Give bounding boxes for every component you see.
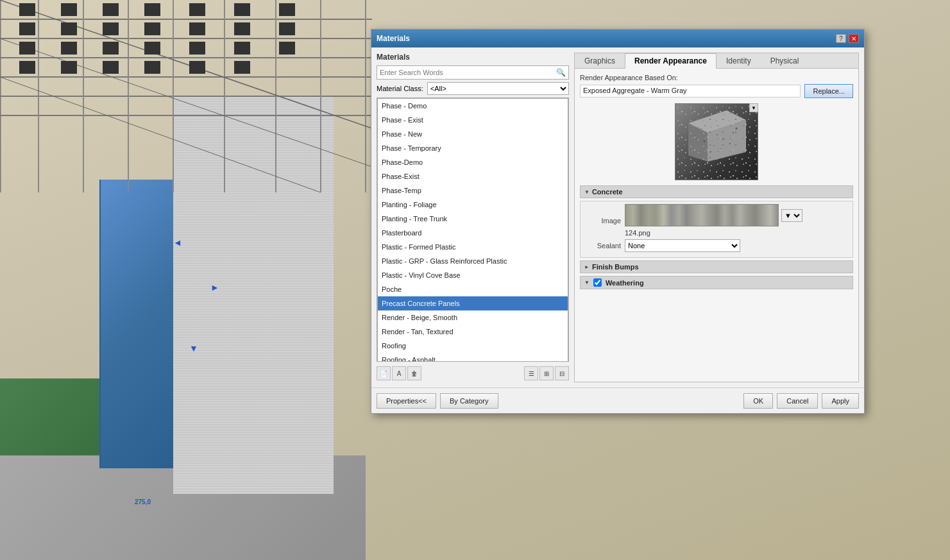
tabs-row: Graphics Render Appearance Identity Phys… <box>575 53 858 69</box>
list-item[interactable]: Phase-Exist <box>378 169 568 183</box>
footer-left-buttons: Properties<< By Category <box>377 393 498 409</box>
image-options-dropdown[interactable]: ▼ <box>781 209 802 222</box>
svg-rect-24 <box>279 3 295 16</box>
tab-graphics[interactable]: Graphics <box>575 53 625 68</box>
tab-render-appearance[interactable]: Render Appearance <box>625 53 717 69</box>
concrete-section-content: Image ▼ 124.png <box>580 201 853 258</box>
dialog-titlebar: Materials ? ✕ <box>371 30 864 47</box>
new-material-button[interactable]: 📄 <box>377 366 391 380</box>
list-item[interactable]: Phase - Temporary <box>378 141 568 155</box>
materials-list: Phase - DemoPhase - ExistPhase - NewPhas… <box>377 98 568 362</box>
list-item[interactable]: Plasterboard <box>378 226 568 240</box>
tab-identity[interactable]: Identity <box>717 53 761 68</box>
list-view-button[interactable]: ☰ <box>524 366 538 380</box>
materials-panel: Materials 🔍 Material Class: <All> Concre… <box>377 53 569 382</box>
by-category-button[interactable]: By Category <box>440 393 498 409</box>
concrete-section-header[interactable]: ▼ Concrete <box>580 185 853 198</box>
finish-bumps-section-title: Finish Bumps <box>592 263 639 271</box>
svg-point-51 <box>723 139 725 140</box>
list-item[interactable]: Planting - Tree Trunk <box>378 212 568 226</box>
render-name-value: Exposed Aggregate - Warm Gray <box>580 85 801 98</box>
titlebar-buttons: ? ✕ <box>836 34 859 43</box>
concrete-section-title: Concrete <box>592 188 623 196</box>
finish-bumps-section-header[interactable]: ▼ Finish Bumps <box>580 260 853 273</box>
list-item[interactable]: Plastic - Vinyl Cove Base <box>378 268 568 282</box>
material-class-select[interactable]: <All> Concrete Metal Glass Wood Masonry <box>427 82 569 95</box>
help-button[interactable]: ? <box>836 34 846 43</box>
svg-point-49 <box>704 140 706 142</box>
svg-rect-33 <box>61 42 77 55</box>
green-panel <box>0 378 99 455</box>
svg-rect-44 <box>234 61 250 74</box>
svg-rect-23 <box>234 3 250 16</box>
dialog-footer: Properties<< By Category OK Cancel Apply <box>371 387 864 413</box>
ok-button[interactable]: OK <box>743 393 773 409</box>
list-item[interactable]: Phase - Demo <box>378 99 568 113</box>
svg-rect-37 <box>234 42 250 55</box>
blue-wall-panel <box>99 180 173 468</box>
properties-button[interactable]: Properties<< <box>377 393 436 409</box>
cancel-button[interactable]: Cancel <box>777 393 818 409</box>
preview-dropdown-button[interactable]: ▼ <box>749 103 758 112</box>
image-preview-strip[interactable] <box>625 204 779 226</box>
search-row: 🔍 <box>377 65 569 80</box>
list-item[interactable]: Phase-Demo <box>378 155 568 169</box>
list-item[interactable]: Phase - Exist <box>378 113 568 127</box>
list-item[interactable]: Planting - Foliage <box>378 198 568 212</box>
svg-rect-38 <box>279 42 295 55</box>
weathering-section-header[interactable]: ▼ Weathering <box>580 276 853 289</box>
svg-point-53 <box>697 148 699 149</box>
svg-point-48 <box>694 135 695 137</box>
concrete-expand-icon: ▼ <box>584 189 590 195</box>
material-preview-container: ▼ <box>580 103 853 180</box>
list-item[interactable]: Phase-Temp <box>378 183 568 198</box>
svg-rect-32 <box>19 42 35 55</box>
sealant-select[interactable]: None Acrylic Polyurethane Silicone <box>625 239 740 252</box>
svg-point-56 <box>729 143 731 144</box>
svg-marker-46 <box>688 123 708 162</box>
list-item[interactable]: Roofing <box>378 339 568 353</box>
preview-svg <box>675 104 758 180</box>
replace-button[interactable]: Replace... <box>804 84 853 98</box>
svg-rect-30 <box>234 22 250 35</box>
list-item[interactable]: Roofing - Asphalt <box>378 353 568 362</box>
weathering-checkbox[interactable] <box>593 278 602 287</box>
ceiling-grid-svg <box>0 0 372 192</box>
list-item[interactable]: Poche <box>378 282 568 296</box>
class-label: Material Class: <box>377 85 423 92</box>
svg-rect-19 <box>61 3 77 16</box>
arrow-left: ◄ <box>173 237 182 248</box>
small-icons-button[interactable]: ⊞ <box>539 366 554 380</box>
list-item[interactable]: Plastic - GRP - Glass Reinforced Plastic <box>378 254 568 268</box>
svg-rect-29 <box>189 22 205 35</box>
toolbar-left-buttons: 📄 A 🗑 <box>377 366 421 380</box>
search-input[interactable] <box>380 69 556 76</box>
svg-rect-25 <box>19 22 35 35</box>
render-appearance-content: Render Appearance Based On: Exposed Aggr… <box>575 69 858 382</box>
large-icons-button[interactable]: ⊟ <box>555 366 569 380</box>
svg-rect-20 <box>103 3 119 16</box>
close-button[interactable]: ✕ <box>849 34 859 43</box>
list-item[interactable]: Render - Tan, Textured <box>378 325 568 339</box>
list-item[interactable]: Render - Beige, Smooth <box>378 310 568 325</box>
list-item[interactable]: Plastic - Formed Plastic <box>378 240 568 254</box>
svg-rect-34 <box>103 42 119 55</box>
svg-point-55 <box>720 148 721 149</box>
materials-panel-header: Materials <box>377 53 569 62</box>
svg-rect-40 <box>61 61 77 74</box>
svg-point-59 <box>736 128 738 130</box>
list-item[interactable]: Precast Concrete Panels <box>378 296 568 310</box>
image-filename: 124.png <box>625 229 802 237</box>
delete-material-button[interactable]: 🗑 <box>407 366 421 380</box>
search-icon[interactable]: 🔍 <box>556 68 566 77</box>
svg-point-50 <box>713 145 715 146</box>
svg-point-58 <box>717 134 718 135</box>
footer-right-buttons: OK Cancel Apply <box>743 393 859 409</box>
svg-point-52 <box>733 132 734 133</box>
list-item[interactable]: Phase - New <box>378 127 568 141</box>
dialog-title: Materials <box>377 34 410 43</box>
apply-button[interactable]: Apply <box>822 393 859 409</box>
tab-physical[interactable]: Physical <box>761 53 809 68</box>
duplicate-material-button[interactable]: A <box>392 366 406 380</box>
svg-rect-42 <box>144 61 160 74</box>
